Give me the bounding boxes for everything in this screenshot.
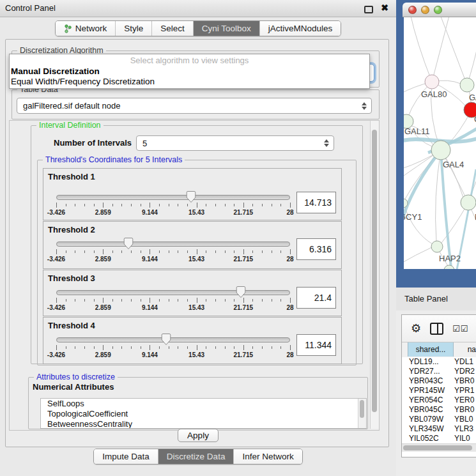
threshold-slider[interactable]: -3.4262.8599.14415.4321.71528 — [56, 242, 290, 265]
threshold-slider[interactable]: -3.4262.8599.14415.4321.71528 — [56, 195, 290, 218]
list-item-selfloops[interactable]: SelfLoops — [41, 399, 366, 409]
column-header-name[interactable]: na — [453, 342, 476, 357]
close-icon[interactable]: ✖ — [381, 0, 388, 16]
attributes-list-scrollbar[interactable] — [358, 399, 366, 428]
network-node[interactable] — [425, 75, 439, 89]
tab-impute-data[interactable]: Impute Data — [94, 449, 158, 464]
node-labels: GAL80GACGAL11GAL4GCY1HHAP2 — [404, 89, 476, 263]
table-row[interactable]: YBR045C YBR0 — [402, 405, 476, 415]
vertical-scrollbar[interactable] — [370, 121, 379, 429]
network-node[interactable] — [431, 241, 443, 252]
network-node[interactable] — [431, 141, 450, 160]
threshold-value-field[interactable]: 6.316 — [296, 238, 336, 260]
tick-mark — [178, 204, 178, 206]
table-data-combobox[interactable]: galFiltered.sif default node — [17, 98, 372, 114]
scrollbar-thumb[interactable] — [403, 445, 472, 450]
network-view-canvas[interactable]: GAL80GACGAL11GAL4GCY1HHAP2 — [404, 17, 476, 269]
table-row[interactable]: YDR27... YDR2 — [402, 367, 476, 376]
edge[interactable] — [436, 150, 441, 242]
tick-mark — [206, 204, 206, 206]
list-item-topologicalcoefficient[interactable]: TopologicalCoefficient — [41, 409, 366, 419]
tick-mark — [121, 204, 122, 206]
table-row[interactable]: YIL052C YIL0 — [402, 434, 476, 443]
tab-infer-network[interactable]: Infer Network — [233, 449, 302, 464]
scrollbar-thumb[interactable] — [372, 130, 377, 412]
slider-thumb-shape — [161, 334, 171, 346]
traffic-light-close-button[interactable] — [408, 6, 417, 14]
tab-label: Impute Data — [102, 452, 150, 461]
tick-mark — [103, 249, 104, 254]
right-side: GAL80GACGAL11GAL4GCY1HHAP2 Table Panel ⚙… — [396, 0, 476, 476]
tick-mark — [94, 299, 95, 302]
tick-mark — [112, 250, 113, 253]
gear-icon[interactable]: ⚙ — [411, 323, 421, 334]
tab-cyni-toolbox[interactable]: Cyni Toolbox — [193, 21, 259, 36]
number-of-intervals-combobox[interactable]: 5 — [136, 135, 334, 151]
slider-thumb[interactable] — [186, 191, 196, 203]
attributes-list[interactable]: SelfLoopsTopologicalCoefficientBetweenne… — [40, 398, 367, 429]
tick-mark — [150, 203, 150, 208]
table-toolbar: ⚙ ☑☑ — [402, 315, 476, 342]
tick-label: 15.43 — [188, 256, 204, 263]
tab-style[interactable]: Style — [115, 21, 151, 36]
slider-thumb[interactable] — [236, 286, 246, 298]
edge[interactable] — [440, 17, 467, 85]
slider-track[interactable] — [56, 337, 290, 342]
slider-track[interactable] — [56, 195, 290, 200]
checkbox-icons[interactable]: ☑☑ — [452, 324, 468, 334]
tab-select[interactable]: Select — [151, 21, 193, 36]
slider-track[interactable] — [56, 290, 290, 295]
cell-name: YBR0 — [454, 376, 474, 386]
threshold-value-field[interactable]: 14.713 — [296, 192, 336, 213]
tick-mark — [56, 298, 57, 303]
threshold-value-field[interactable]: 11.344 — [296, 334, 336, 356]
split-columns-icon[interactable] — [430, 323, 443, 335]
dropdown-option-manual-discretization[interactable]: Manual Discretization — [10, 66, 369, 77]
network-window-frame: GAL80GACGAL11GAL4GCY1HHAP2 — [396, 0, 476, 288]
table-row[interactable]: YPR145W YPR1 — [402, 386, 476, 395]
threshold-value-field[interactable]: 21.4 — [296, 287, 336, 309]
network-node[interactable] — [460, 78, 474, 92]
dropdown-option-equal-width-frequency-discretization[interactable]: Equal Width/Frequency Discretization — [10, 77, 369, 87]
threshold-slider[interactable]: -3.4262.8599.14415.4321.71528 — [56, 290, 290, 313]
tick-mark — [56, 345, 57, 350]
tab-network[interactable]: Network — [56, 21, 116, 36]
traffic-light-zoom-button[interactable] — [434, 6, 442, 14]
tick-mark — [290, 298, 291, 303]
edge[interactable] — [410, 17, 432, 82]
tick-mark — [197, 203, 197, 208]
column-header-shared-name[interactable]: shared... — [408, 342, 454, 357]
slider-track[interactable] — [56, 242, 290, 247]
tab-label: Style — [124, 24, 143, 33]
scrollbar-thumb[interactable] — [360, 400, 364, 418]
edge[interactable] — [432, 17, 450, 82]
slider-thumb[interactable] — [161, 334, 171, 346]
float-window-icon[interactable] — [364, 6, 373, 13]
table-row[interactable]: YDL19... YDL1 — [402, 357, 476, 367]
cell-shared-name: YLR345W — [409, 424, 444, 434]
tab-discretize-data[interactable]: Discretize Data — [158, 449, 234, 464]
tick-mark — [252, 204, 253, 206]
edge[interactable] — [404, 247, 432, 264]
table-row[interactable]: YER054C YER0 — [402, 395, 476, 405]
table-row[interactable]: YLR345W YLR3 — [402, 424, 476, 434]
tick-mark — [272, 204, 272, 206]
list-item-betweennesscentrality[interactable]: BetweennessCentrality — [41, 419, 366, 429]
horizontal-scrollbar[interactable] — [402, 443, 476, 452]
apply-button[interactable]: Apply — [178, 429, 219, 442]
top-tab-group: NetworkStyleSelectCyni ToolboxjActiveMNo… — [55, 20, 342, 36]
slider-thumb-shape — [236, 286, 246, 298]
table-row[interactable]: YBR043C YBR0 — [402, 376, 476, 386]
thresholds-section: Threshold's Coordinates for 5 Intervals … — [37, 160, 357, 365]
threshold-slider[interactable]: -3.4262.8599.14415.4321.71528 — [56, 337, 290, 360]
tab-jactivemnodules[interactable]: jActiveMNodules — [259, 21, 341, 36]
traffic-light-minimize-button[interactable] — [421, 6, 429, 14]
slider-thumb[interactable] — [123, 238, 134, 250]
attributes-items: SelfLoopsTopologicalCoefficientBetweenne… — [41, 399, 366, 429]
tick-mark — [84, 346, 85, 349]
slider-tick-labels: -3.4262.8599.14415.4321.71528 — [56, 304, 290, 312]
table-row[interactable]: YBL079W YBL0 — [402, 415, 476, 424]
tick-mark — [272, 346, 272, 349]
network-node[interactable] — [444, 265, 454, 269]
network-node[interactable] — [461, 195, 476, 210]
